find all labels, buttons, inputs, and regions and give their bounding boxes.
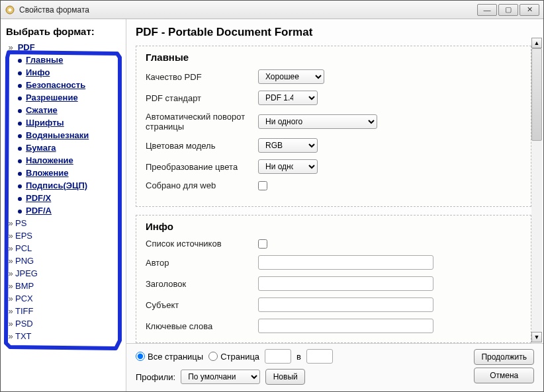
window: Свойства формата — ▢ ✕ Выбрать формат: »… [0,0,544,392]
page-to-field[interactable] [306,349,333,364]
autorotate-select[interactable]: Ни одного [258,114,377,129]
keywords-field[interactable] [258,319,433,333]
profile-select[interactable]: По умолчанию [181,370,260,384]
scroll-track[interactable] [531,48,542,332]
minimize-button[interactable]: — [477,4,497,16]
page-from-field[interactable] [265,349,291,364]
format-item[interactable]: PS [15,218,26,228]
section-info: Инфо Список источников Автор Заголовок [136,215,531,343]
colormodel-select[interactable]: RGB [258,138,318,153]
page-range-text: Страница [220,352,259,362]
page-title: PDF - Portable Document Format [136,26,531,39]
page-in-label: в [296,352,301,362]
pdf-sub-item[interactable]: PDF/X [18,192,122,204]
webready-checkbox[interactable] [258,181,267,190]
sidebar-heading: Выбрать формат: [6,26,122,37]
expand-icon[interactable]: » [6,317,15,330]
app-icon [5,5,15,15]
standard-select[interactable]: PDF 1.4 [258,91,318,105]
scrollbar[interactable]: ▲ ▼ [531,38,542,342]
pdf-sub-item[interactable]: Водяныезнаки [18,129,122,141]
author-label: Автор [146,258,258,268]
standard-label: PDF стандарт [146,93,258,103]
pdf-sub-item[interactable]: Бумага [18,141,122,154]
expand-icon[interactable]: » [6,305,15,317]
window-buttons: — ▢ ✕ [477,4,539,16]
format-item[interactable]: JPEG [15,268,38,278]
footer: Все страницы Страница в Профили: [126,343,543,391]
expand-icon[interactable]: » [6,229,15,242]
pdf-subsections: ГлавныеИнфоБезопасностьРазрешениеСжатиеШ… [18,54,122,217]
format-item[interactable]: PSD [15,319,33,329]
pdf-sub-item[interactable]: Инфо [18,66,122,79]
titlebar: Свойства формата — ▢ ✕ [1,1,543,19]
quality-select[interactable]: Хорошее [258,69,324,84]
profiles-label: Профили: [136,372,175,382]
maximize-button[interactable]: ▢ [498,4,518,16]
title-label: Заголовок [146,279,258,289]
expand-icon[interactable]: » [6,255,15,267]
sourcelist-checkbox[interactable] [258,239,267,249]
other-formats: »PS»EPS»PCL»PNG»JPEG»BMP»PCX»TIFF»PSD»TX… [6,217,122,342]
section-main: Главные Качество PDF Хорошее PDF стандар… [136,46,531,207]
scroll-up-button[interactable]: ▲ [531,38,542,48]
quality-label: Качество PDF [146,72,258,82]
pdf-sub-item[interactable]: Подпись(ЭЦП) [18,179,122,192]
page-range-radio-label[interactable]: Страница [208,352,259,362]
author-field[interactable] [258,255,433,270]
format-item[interactable]: EPS [15,231,32,241]
format-item[interactable]: TXT [15,331,32,341]
format-pdf[interactable]: PDF [18,42,35,52]
colortrans-label: Преобразование цвета [146,162,258,172]
expand-icon[interactable]: » [6,292,15,305]
page-range-radio[interactable] [208,352,218,361]
expand-icon[interactable]: » [6,330,15,342]
main-scroll: PDF - Portable Document Format Главные К… [126,19,543,343]
section-info-legend: Инфо [143,221,176,232]
expand-icon[interactable]: » [6,242,15,255]
svg-point-1 [9,8,12,11]
format-tree: » PDF ГлавныеИнфоБезопасностьРазрешениеС… [6,41,122,217]
main-panel: PDF - Portable Document Format Главные К… [126,19,543,391]
pdf-sub-item[interactable]: Наложение [18,154,122,167]
pdf-sub-item[interactable]: Безопасность [18,79,122,91]
continue-button[interactable]: Продолжить [474,349,534,365]
format-item[interactable]: PCX [15,294,33,303]
colortrans-select[interactable]: Ни одного [258,159,318,174]
scroll-thumb[interactable] [531,48,542,141]
pdf-sub-item[interactable]: Сжатие [18,104,122,116]
pdf-sub-item[interactable]: Разрешение [18,91,122,104]
format-item[interactable]: PCL [15,243,32,253]
subject-field[interactable] [258,297,433,312]
pdf-sub-item[interactable]: Главные [18,54,122,66]
expand-icon[interactable]: » [6,217,15,229]
expand-icon[interactable]: » [6,267,15,280]
pdf-sub-item[interactable]: PDF/A [18,204,122,217]
all-pages-radio[interactable] [136,352,145,361]
expand-icon[interactable]: » [6,280,15,292]
pdf-sub-item[interactable]: Шрифты [18,116,122,129]
title-field[interactable] [258,276,433,291]
expand-icon[interactable]: » [6,41,15,54]
window-title: Свойства формата [19,5,477,15]
pdf-sub-item[interactable]: Вложение [18,167,122,179]
body: Выбрать формат: » PDF ГлавныеИнфоБезопас… [1,19,543,391]
colormodel-label: Цветовая модель [146,141,258,151]
close-button[interactable]: ✕ [520,4,539,16]
keywords-label: Ключевые слова [146,321,258,331]
format-item[interactable]: BMP [15,281,34,291]
cancel-button[interactable]: Отмена [474,368,534,383]
all-pages-text: Все страницы [148,352,203,362]
scroll-down-button[interactable]: ▼ [531,332,542,342]
section-main-legend: Главные [143,52,191,63]
sourcelist-label: Список источников [146,239,258,249]
autorotate-label: Автоматический поворот страницы [146,112,258,132]
sidebar: Выбрать формат: » PDF ГлавныеИнфоБезопас… [1,19,126,391]
subject-label: Субъект [146,300,258,310]
new-profile-button[interactable]: Новый [265,369,305,385]
format-item[interactable]: PNG [15,256,34,266]
all-pages-radio-label[interactable]: Все страницы [136,352,203,362]
webready-label: Собрано для web [146,180,258,190]
format-item[interactable]: TIFF [15,306,33,316]
